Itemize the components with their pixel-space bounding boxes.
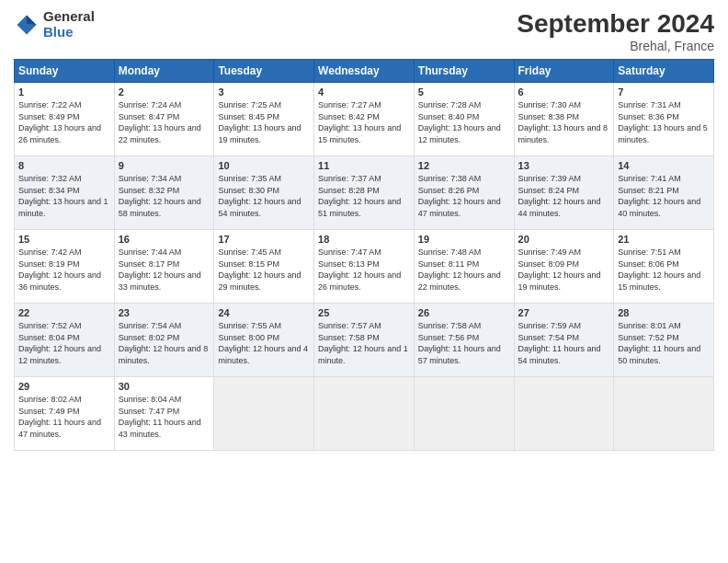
day-number: 25 [318, 307, 410, 318]
day-info: Sunrise: 7:35 AMSunset: 8:30 PMDaylight:… [218, 173, 310, 219]
col-wednesday: Wednesday [314, 60, 415, 83]
table-row: 18Sunrise: 7:47 AMSunset: 8:13 PMDayligh… [314, 230, 415, 304]
day-info: Sunrise: 7:55 AMSunset: 8:00 PMDaylight:… [218, 320, 310, 366]
col-thursday: Thursday [414, 60, 514, 83]
day-info: Sunrise: 7:37 AMSunset: 8:28 PMDaylight:… [318, 173, 410, 219]
day-info: Sunrise: 7:47 AMSunset: 8:13 PMDaylight:… [318, 247, 410, 293]
table-row [314, 377, 415, 451]
table-row: 24Sunrise: 7:55 AMSunset: 8:00 PMDayligh… [214, 304, 314, 377]
day-number: 15 [18, 234, 110, 245]
day-number: 9 [119, 160, 210, 171]
table-row: 27Sunrise: 7:59 AMSunset: 7:54 PMDayligh… [514, 304, 614, 377]
day-number: 2 [119, 86, 210, 98]
day-info: Sunrise: 7:34 AMSunset: 8:32 PMDaylight:… [119, 173, 210, 219]
day-info: Sunrise: 7:39 AMSunset: 8:24 PMDaylight:… [518, 173, 610, 219]
day-number: 12 [418, 160, 510, 171]
day-info: Sunrise: 7:30 AMSunset: 8:38 PMDaylight:… [518, 99, 610, 145]
location: Brehal, France [517, 39, 714, 53]
day-info: Sunrise: 7:41 AMSunset: 8:21 PMDaylight:… [618, 173, 710, 219]
table-row: 29Sunrise: 8:02 AMSunset: 7:49 PMDayligh… [15, 377, 115, 451]
table-row: 21Sunrise: 7:51 AMSunset: 8:06 PMDayligh… [614, 230, 714, 304]
table-row: 11Sunrise: 7:37 AMSunset: 8:28 PMDayligh… [314, 156, 415, 230]
day-info: Sunrise: 7:42 AMSunset: 8:19 PMDaylight:… [18, 247, 110, 293]
table-row: 30Sunrise: 8:04 AMSunset: 7:47 PMDayligh… [114, 377, 214, 451]
table-row: 23Sunrise: 7:54 AMSunset: 8:02 PMDayligh… [114, 304, 214, 377]
day-info: Sunrise: 7:28 AMSunset: 8:40 PMDaylight:… [418, 99, 510, 145]
logo: General Blue [14, 9, 95, 40]
day-number: 26 [418, 307, 510, 318]
col-monday: Monday [114, 60, 214, 83]
month-title: September 2024 [517, 9, 714, 39]
table-row: 17Sunrise: 7:45 AMSunset: 8:15 PMDayligh… [214, 230, 314, 304]
day-info: Sunrise: 7:31 AMSunset: 8:36 PMDaylight:… [618, 99, 710, 145]
day-info: Sunrise: 7:22 AMSunset: 8:49 PMDaylight:… [18, 99, 110, 145]
col-friday: Friday [514, 60, 614, 83]
day-info: Sunrise: 7:32 AMSunset: 8:34 PMDaylight:… [18, 173, 110, 219]
logo-text: General Blue [43, 9, 95, 40]
day-number: 8 [18, 160, 110, 171]
day-number: 27 [518, 307, 610, 318]
day-info: Sunrise: 7:24 AMSunset: 8:47 PMDaylight:… [119, 99, 210, 145]
table-row: 1Sunrise: 7:22 AMSunset: 8:49 PMDaylight… [15, 83, 115, 156]
logo-icon [14, 12, 40, 38]
day-info: Sunrise: 8:04 AMSunset: 7:47 PMDaylight:… [119, 394, 210, 440]
day-info: Sunrise: 8:01 AMSunset: 7:52 PMDaylight:… [618, 320, 710, 366]
table-row [214, 377, 314, 451]
table-row: 16Sunrise: 7:44 AMSunset: 8:17 PMDayligh… [114, 230, 214, 304]
day-number: 17 [218, 234, 310, 245]
day-info: Sunrise: 7:52 AMSunset: 8:04 PMDaylight:… [18, 320, 110, 366]
day-number: 14 [618, 160, 710, 171]
day-info: Sunrise: 7:58 AMSunset: 7:56 PMDaylight:… [418, 320, 510, 366]
col-sunday: Sunday [15, 60, 115, 83]
day-number: 29 [18, 381, 110, 392]
table-row: 3Sunrise: 7:25 AMSunset: 8:45 PMDaylight… [214, 83, 314, 156]
week-row-5: 29Sunrise: 8:02 AMSunset: 7:49 PMDayligh… [15, 377, 714, 451]
day-info: Sunrise: 7:25 AMSunset: 8:45 PMDaylight:… [218, 99, 310, 145]
table-row: 12Sunrise: 7:38 AMSunset: 8:26 PMDayligh… [414, 156, 514, 230]
day-info: Sunrise: 7:44 AMSunset: 8:17 PMDaylight:… [119, 247, 210, 293]
day-number: 11 [318, 160, 410, 171]
table-row: 28Sunrise: 8:01 AMSunset: 7:52 PMDayligh… [614, 304, 714, 377]
svg-marker-1 [27, 15, 37, 25]
day-number: 1 [18, 86, 110, 98]
day-number: 5 [418, 86, 510, 98]
day-info: Sunrise: 7:45 AMSunset: 8:15 PMDaylight:… [218, 247, 310, 293]
page: General Blue September 2024 Brehal, Fran… [0, 0, 728, 563]
table-row: 19Sunrise: 7:48 AMSunset: 8:11 PMDayligh… [414, 230, 514, 304]
week-row-1: 1Sunrise: 7:22 AMSunset: 8:49 PMDaylight… [15, 83, 714, 156]
day-number: 22 [18, 307, 110, 318]
week-row-3: 15Sunrise: 7:42 AMSunset: 8:19 PMDayligh… [15, 230, 714, 304]
table-row: 26Sunrise: 7:58 AMSunset: 7:56 PMDayligh… [414, 304, 514, 377]
day-info: Sunrise: 7:38 AMSunset: 8:26 PMDaylight:… [418, 173, 510, 219]
day-number: 30 [119, 381, 210, 392]
header-row: Sunday Monday Tuesday Wednesday Thursday… [15, 60, 714, 83]
day-info: Sunrise: 7:57 AMSunset: 7:58 PMDaylight:… [318, 320, 410, 366]
header: General Blue September 2024 Brehal, Fran… [14, 9, 714, 53]
day-info: Sunrise: 7:49 AMSunset: 8:09 PMDaylight:… [518, 247, 610, 293]
day-number: 7 [618, 86, 710, 98]
col-saturday: Saturday [614, 60, 714, 83]
day-info: Sunrise: 7:27 AMSunset: 8:42 PMDaylight:… [318, 99, 410, 145]
day-number: 3 [218, 86, 310, 98]
table-row: 20Sunrise: 7:49 AMSunset: 8:09 PMDayligh… [514, 230, 614, 304]
day-number: 19 [418, 234, 510, 245]
day-number: 13 [518, 160, 610, 171]
table-row: 4Sunrise: 7:27 AMSunset: 8:42 PMDaylight… [314, 83, 415, 156]
table-row: 25Sunrise: 7:57 AMSunset: 7:58 PMDayligh… [314, 304, 415, 377]
table-row [614, 377, 714, 451]
day-number: 24 [218, 307, 310, 318]
week-row-2: 8Sunrise: 7:32 AMSunset: 8:34 PMDaylight… [15, 156, 714, 230]
table-row: 5Sunrise: 7:28 AMSunset: 8:40 PMDaylight… [414, 83, 514, 156]
table-row: 10Sunrise: 7:35 AMSunset: 8:30 PMDayligh… [214, 156, 314, 230]
col-tuesday: Tuesday [214, 60, 314, 83]
table-row: 22Sunrise: 7:52 AMSunset: 8:04 PMDayligh… [15, 304, 115, 377]
table-row: 13Sunrise: 7:39 AMSunset: 8:24 PMDayligh… [514, 156, 614, 230]
day-number: 21 [618, 234, 710, 245]
calendar-table: Sunday Monday Tuesday Wednesday Thursday… [14, 59, 714, 451]
day-info: Sunrise: 7:48 AMSunset: 8:11 PMDaylight:… [418, 247, 510, 293]
table-row: 7Sunrise: 7:31 AMSunset: 8:36 PMDaylight… [614, 83, 714, 156]
table-row: 15Sunrise: 7:42 AMSunset: 8:19 PMDayligh… [15, 230, 115, 304]
day-number: 16 [119, 234, 210, 245]
table-row: 6Sunrise: 7:30 AMSunset: 8:38 PMDaylight… [514, 83, 614, 156]
table-row: 9Sunrise: 7:34 AMSunset: 8:32 PMDaylight… [114, 156, 214, 230]
